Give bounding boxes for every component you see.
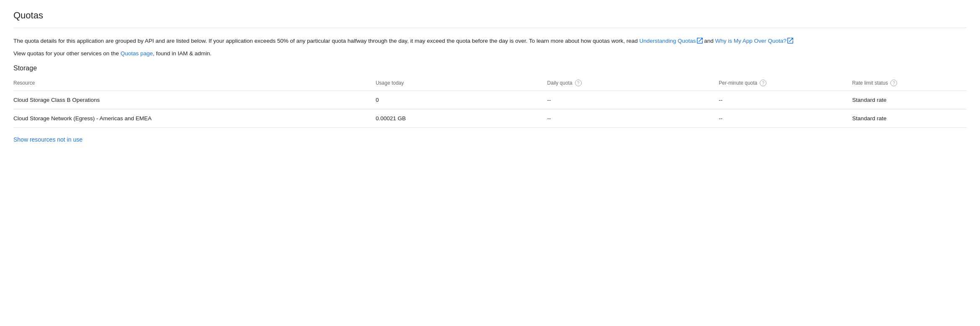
header-divider bbox=[13, 28, 967, 28]
description-line2: View quotas for your other services on t… bbox=[13, 49, 967, 58]
col-header-usage: Usage today bbox=[376, 75, 547, 91]
col-header-daily-quota: Daily quota ? bbox=[547, 75, 719, 91]
page-title: Quotas bbox=[13, 10, 967, 21]
description-line1: The quota details for this application a… bbox=[13, 36, 967, 46]
quotas-page-link[interactable]: Quotas page bbox=[121, 50, 153, 57]
col-header-resource: Resource bbox=[13, 75, 376, 91]
page-container: Quotas The quota details for this applic… bbox=[0, 0, 980, 153]
row0-rate-limit: Standard rate bbox=[852, 91, 967, 109]
row1-daily-quota: -- bbox=[547, 109, 719, 128]
understanding-quotas-link[interactable]: Understanding Quotas bbox=[639, 38, 696, 44]
storage-section-title: Storage bbox=[13, 65, 967, 72]
external-link-icon-2 bbox=[787, 38, 793, 44]
daily-quota-help-icon[interactable]: ? bbox=[575, 80, 582, 86]
row0-daily-quota: -- bbox=[547, 91, 719, 109]
row1-rate-limit: Standard rate bbox=[852, 109, 967, 128]
row1-perminute-quota: -- bbox=[719, 109, 852, 128]
table-body: Cloud Storage Class B Operations 0 -- --… bbox=[13, 91, 967, 128]
row0-usage: 0 bbox=[376, 91, 547, 109]
table-row: Cloud Storage Class B Operations 0 -- --… bbox=[13, 91, 967, 109]
col-header-rate-limit: Rate limit status ? bbox=[852, 75, 967, 91]
table-header-row: Resource Usage today Daily quota ? Per-m… bbox=[13, 75, 967, 91]
row0-resource: Cloud Storage Class B Operations bbox=[13, 91, 376, 109]
quota-table: Resource Usage today Daily quota ? Per-m… bbox=[13, 75, 967, 128]
description-line1-prefix: The quota details for this application a… bbox=[13, 38, 639, 44]
rate-limit-help-icon[interactable]: ? bbox=[890, 80, 897, 86]
description-block: The quota details for this application a… bbox=[13, 36, 967, 58]
col-header-perminute-quota: Per-minute quota ? bbox=[719, 75, 852, 91]
show-resources-not-in-use-link[interactable]: Show resources not in use bbox=[13, 136, 83, 143]
row1-usage: 0.00021 GB bbox=[376, 109, 547, 128]
table-row: Cloud Storage Network (Egress) - America… bbox=[13, 109, 967, 128]
description-line2-suffix: , found in IAM & admin. bbox=[153, 50, 211, 57]
perminute-quota-help-icon[interactable]: ? bbox=[760, 80, 766, 86]
storage-section: Storage Resource Usage today Daily quota… bbox=[13, 65, 967, 128]
description-line2-prefix: View quotas for your other services on t… bbox=[13, 50, 121, 57]
external-link-icon-1 bbox=[697, 38, 703, 44]
row0-perminute-quota: -- bbox=[719, 91, 852, 109]
table-header: Resource Usage today Daily quota ? Per-m… bbox=[13, 75, 967, 91]
row1-resource: Cloud Storage Network (Egress) - America… bbox=[13, 109, 376, 128]
description-and-text: and bbox=[703, 38, 715, 44]
why-over-quota-link[interactable]: Why is My App Over Quota? bbox=[715, 38, 787, 44]
